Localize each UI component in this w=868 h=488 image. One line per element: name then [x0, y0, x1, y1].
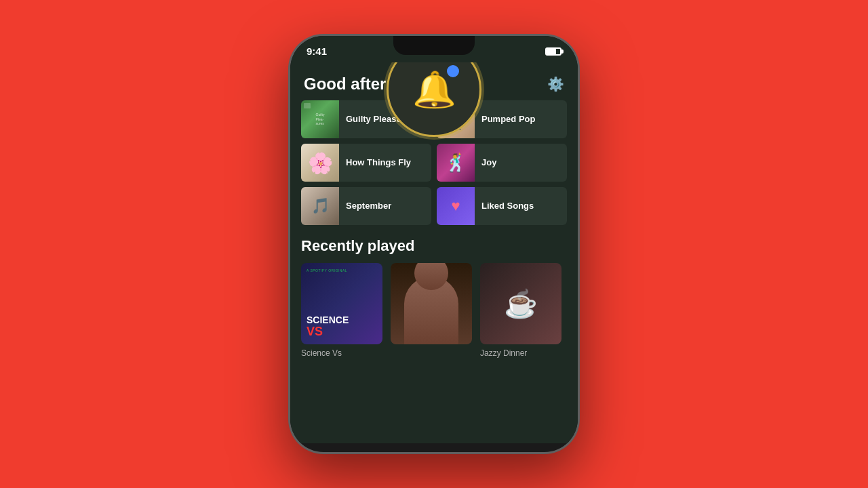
thumb-science-bg: SCIENCEVS [301, 263, 382, 344]
app-content: 🔔 Good afternoon ⚙️ Guilty Pleasures Pum… [290, 62, 578, 443]
battery-icon [545, 47, 561, 56]
recent-item-person[interactable] [391, 263, 472, 358]
person-head [414, 263, 448, 290]
playlist-thumb-howthingsfly [301, 144, 339, 182]
playlist-thumb-guilty [301, 100, 339, 138]
playlist-thumb-liked: ♥ [437, 187, 475, 225]
playlist-item-liked-songs[interactable]: ♥ Liked Songs [437, 187, 567, 225]
notification-dot [446, 64, 460, 79]
science-vs-text: VS [307, 325, 323, 338]
recent-item-science[interactable]: SCIENCEVS Science Vs [301, 263, 382, 358]
science-text: SCIENCEVS [307, 315, 349, 339]
thumb-person-bg [391, 263, 472, 344]
gear-icon[interactable]: ⚙️ [547, 76, 564, 92]
person-silhouette [404, 277, 458, 344]
playlist-item-september[interactable]: September [301, 187, 431, 225]
recent-item-jazzy[interactable]: Jazzy Dinner [480, 263, 561, 358]
phone-mockup: 9:41 🔔 Good afternoon ⚙️ [288, 34, 580, 454]
playlist-name-september: September [339, 201, 398, 211]
recently-played-row: SCIENCEVS Science Vs [290, 263, 578, 358]
playlist-item-how-things-fly[interactable]: How Things Fly [301, 144, 431, 182]
recently-played-title: Recently played [290, 225, 578, 263]
thumb-jazzy-bg [480, 263, 561, 344]
header-icons: ⚙️ [547, 76, 564, 92]
notch [393, 36, 475, 55]
recent-thumb-science: SCIENCEVS [301, 263, 382, 344]
playlist-name-pumped: Pumped Pop [475, 114, 542, 125]
status-time: 9:41 [307, 45, 327, 57]
recent-label-science: Science Vs [301, 348, 382, 358]
playlist-item-joy[interactable]: 🕺 Joy [437, 144, 567, 182]
playlist-name-howthingsfly: How Things Fly [339, 157, 418, 168]
playlist-thumb-joy: 🕺 [437, 144, 475, 182]
recent-thumb-person [391, 263, 472, 344]
battery-fill [547, 49, 556, 54]
status-bar: 9:41 [290, 36, 578, 62]
bell-icon: 🔔 [412, 69, 456, 110]
playlist-name-liked: Liked Songs [475, 201, 540, 211]
playlist-name-joy: Joy [475, 157, 503, 168]
playlist-thumb-september [301, 187, 339, 225]
recent-thumb-jazzy [480, 263, 561, 344]
status-icons [545, 47, 561, 56]
recent-label-jazzy: Jazzy Dinner [480, 348, 561, 358]
